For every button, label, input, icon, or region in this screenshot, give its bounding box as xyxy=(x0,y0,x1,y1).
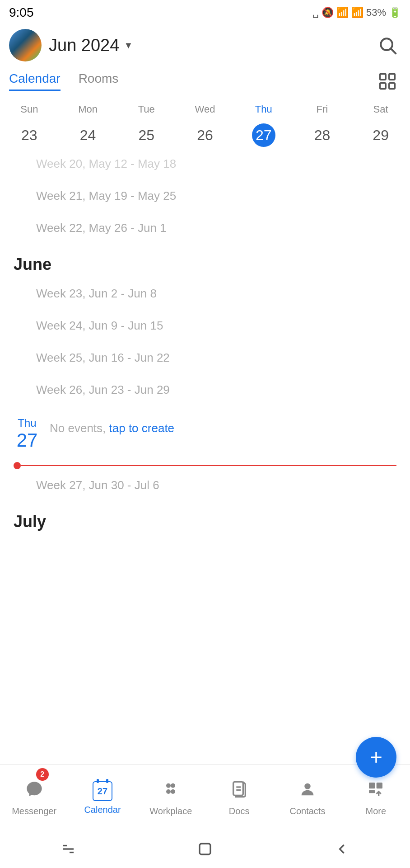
nav-label-docs: Docs xyxy=(229,806,250,816)
tabs-left: Calendar Rooms xyxy=(9,71,118,91)
today-section: Thu 27 No events, tap to create xyxy=(0,406,410,462)
system-nav xyxy=(0,832,410,868)
tap-to-create-link[interactable]: tap to create xyxy=(109,421,175,435)
nav-home-btn[interactable] xyxy=(197,841,213,859)
nav-item-contacts[interactable]: Contacts xyxy=(273,764,341,832)
date-27-today[interactable]: 27 xyxy=(234,123,293,147)
header-left: Jun 2024 ▼ xyxy=(9,29,133,61)
nav-item-docs[interactable]: Docs xyxy=(205,764,273,832)
tab-rooms[interactable]: Rooms xyxy=(79,71,119,91)
date-26[interactable]: 26 xyxy=(176,123,234,147)
nav-item-messenger[interactable]: 2 Messenger xyxy=(0,764,68,832)
dow-sat: Sat xyxy=(351,101,410,118)
nav-label-contacts: Contacts xyxy=(290,806,326,816)
dow-wed: Wed xyxy=(176,101,234,118)
nav-label-more: More xyxy=(366,806,387,816)
app-header: Jun 2024 ▼ xyxy=(0,25,410,66)
week-item-21[interactable]: Week 21, May 19 - May 25 xyxy=(0,180,410,212)
dow-header: Sun Mon Tue Wed Thu Fri Sat xyxy=(0,97,410,122)
date-row: 23 24 25 26 27 28 29 xyxy=(0,122,410,152)
bottom-nav: 2 Messenger 27 Calendar Workplace xyxy=(0,764,410,832)
week-item-27[interactable]: Week 27, Jun 30 - Jul 6 xyxy=(0,469,410,501)
nav-item-calendar[interactable]: 27 Calendar xyxy=(68,764,136,832)
fab-plus-icon: + xyxy=(370,746,382,768)
messenger-badge: 2 xyxy=(36,768,49,781)
july-section-label: July xyxy=(0,501,410,535)
nav-label-calendar: Calendar xyxy=(84,805,121,815)
svg-rect-3 xyxy=(389,74,395,80)
week-item-23[interactable]: Week 23, Jun 2 - Jun 8 xyxy=(0,278,410,310)
status-bar: 9:05 ␣ 🔕 📶 📶 53% 🔋 xyxy=(0,0,410,25)
nav-back-btn[interactable] xyxy=(334,841,350,859)
month-title-text: Jun 2024 xyxy=(49,36,119,55)
dow-mon: Mon xyxy=(59,101,117,118)
battery-level: 53% xyxy=(366,7,386,19)
signal-icon: 📶 xyxy=(351,7,363,19)
bluetooth-icon: ␣ xyxy=(312,7,319,19)
add-event-fab[interactable]: + xyxy=(356,737,396,778)
contacts-icon xyxy=(298,780,317,802)
svg-rect-20 xyxy=(200,844,210,854)
dow-thu: Thu xyxy=(234,101,293,118)
svg-rect-4 xyxy=(380,83,386,89)
date-24[interactable]: 24 xyxy=(59,123,117,147)
view-toggle-button[interactable] xyxy=(374,68,401,95)
workplace-icon xyxy=(162,780,180,802)
more-icon xyxy=(367,780,385,802)
svg-point-7 xyxy=(171,783,175,788)
messenger-icon xyxy=(25,780,43,802)
dropdown-icon[interactable]: ▼ xyxy=(124,40,133,51)
svg-point-6 xyxy=(166,783,171,788)
dow-tue: Tue xyxy=(117,101,176,118)
nav-label-messenger: Messenger xyxy=(12,806,56,816)
timeline-dot xyxy=(14,462,21,469)
today-num: 27 xyxy=(17,429,38,451)
timeline-line xyxy=(21,465,396,466)
svg-rect-5 xyxy=(389,83,395,89)
svg-rect-2 xyxy=(380,74,386,80)
svg-rect-16 xyxy=(369,790,375,793)
date-23[interactable]: 23 xyxy=(0,123,59,147)
svg-rect-14 xyxy=(369,783,375,788)
june-section-label: June xyxy=(0,244,410,278)
status-icons: ␣ 🔕 📶 📶 53% 🔋 xyxy=(312,7,401,19)
week-item-above-partial[interactable]: Week 20, May 12 - May 18 xyxy=(0,152,410,180)
dow-sun: Sun xyxy=(0,101,59,118)
svg-point-13 xyxy=(304,783,310,789)
search-button[interactable] xyxy=(374,32,401,59)
nav-recent-btn[interactable] xyxy=(60,841,76,859)
battery-icon: 🔋 xyxy=(389,7,401,19)
week-item-24[interactable]: Week 24, Jun 9 - Jun 15 xyxy=(0,310,410,342)
dow-fri: Fri xyxy=(293,101,352,118)
svg-rect-15 xyxy=(377,783,382,788)
nav-item-workplace[interactable]: Workplace xyxy=(137,764,205,832)
week-item-26[interactable]: Week 26, Jun 23 - Jun 29 xyxy=(0,374,410,406)
svg-line-1 xyxy=(391,49,396,53)
status-time: 9:05 xyxy=(9,5,34,20)
mute-icon: 🔕 xyxy=(321,7,334,19)
week-item-25[interactable]: Week 25, Jun 16 - Jun 22 xyxy=(0,342,410,374)
svg-point-8 xyxy=(166,789,171,794)
tabs-bar: Calendar Rooms xyxy=(0,66,410,97)
date-29[interactable]: 29 xyxy=(351,123,410,147)
avatar[interactable] xyxy=(9,29,42,61)
date-28[interactable]: 28 xyxy=(293,123,352,147)
calendar-nav-num: 27 xyxy=(98,786,107,797)
month-title[interactable]: Jun 2024 ▼ xyxy=(49,36,133,55)
svg-rect-10 xyxy=(233,782,243,795)
wifi-icon: 📶 xyxy=(336,7,349,19)
svg-point-9 xyxy=(171,789,175,794)
today-badge: Thu 27 xyxy=(14,417,41,451)
no-events-text: No events, tap to create xyxy=(50,417,174,435)
timeline-bar xyxy=(0,462,410,469)
tab-calendar[interactable]: Calendar xyxy=(9,71,61,91)
nav-label-workplace: Workplace xyxy=(149,806,192,816)
main-content: Week 20, May 12 - May 18 Week 21, May 19… xyxy=(0,152,410,681)
date-25[interactable]: 25 xyxy=(117,123,176,147)
docs-icon xyxy=(230,780,248,802)
week-item-22[interactable]: Week 22, May 26 - Jun 1 xyxy=(0,212,410,244)
today-dow: Thu xyxy=(18,417,36,429)
